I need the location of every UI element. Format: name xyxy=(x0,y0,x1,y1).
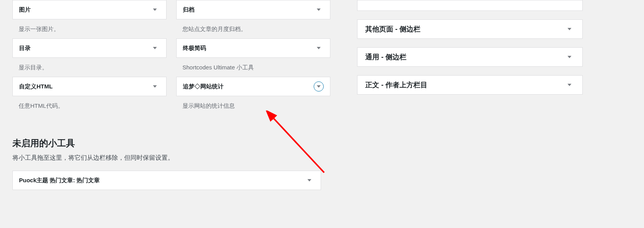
widget-title: 追梦◇网站统计 xyxy=(183,83,224,90)
chevron-down-icon[interactable] xyxy=(314,43,324,53)
sidebar-areas-panel: 其他页面 - 侧边栏 通用 - 侧边栏 正文 - 作者上方栏目 xyxy=(334,0,606,190)
inactive-widgets-heading: 未启用的小工具 xyxy=(12,137,334,149)
widget-description: 显示网站的统计信息 xyxy=(176,96,330,115)
chevron-down-icon[interactable] xyxy=(150,5,160,15)
sidebar-area-empty[interactable] xyxy=(357,0,583,11)
chevron-down-icon[interactable] xyxy=(564,52,575,62)
sidebar-title: 其他页面 - 侧边栏 xyxy=(365,24,420,34)
widget-title: 自定义HTML xyxy=(19,83,53,90)
widget-toc[interactable]: 目录 xyxy=(12,38,167,58)
widget-shortcodes[interactable]: 终极简码 xyxy=(176,38,330,58)
chevron-down-icon[interactable] xyxy=(564,80,575,90)
widget-title: 终极简码 xyxy=(183,45,206,52)
widget-title: 归档 xyxy=(183,6,194,14)
sidebar-area-other-pages[interactable]: 其他页面 - 侧边栏 xyxy=(357,19,583,39)
widget-description: 任意HTML代码。 xyxy=(12,96,167,115)
widget-column-left: 图片 显示一张图片。 目录 显示目录。 自定义HTML 任意HTML代码。 xyxy=(12,0,167,115)
sidebar-area-author-top[interactable]: 正文 - 作者上方栏目 xyxy=(357,75,583,95)
widget-title: 图片 xyxy=(19,6,31,14)
widget-description: 显示一张图片。 xyxy=(12,19,167,38)
widget-title: Puock主题 热门文章: 热门文章 xyxy=(19,177,100,184)
widget-description: 显示目录。 xyxy=(12,58,167,77)
chevron-down-icon[interactable] xyxy=(150,43,160,53)
inactive-widgets-desc: 将小工具拖至这里，将它们从边栏移除，但同时保留设置。 xyxy=(12,154,334,162)
widget-column-right: 归档 您站点文章的月度归档。 终极简码 Shortcodes Ultimate … xyxy=(176,0,330,115)
chevron-down-icon[interactable] xyxy=(314,5,324,15)
widget-description: Shortcodes Ultimate 小工具 xyxy=(176,58,330,77)
widget-site-stats[interactable]: 追梦◇网站统计 xyxy=(176,77,330,96)
sidebar-title: 正文 - 作者上方栏目 xyxy=(365,80,427,90)
available-widgets-panel: 图片 显示一张图片。 目录 显示目录。 自定义HTML 任意HTML代码。 归档 xyxy=(0,0,334,190)
chevron-down-icon[interactable] xyxy=(304,175,314,185)
sidebar-area-general[interactable]: 通用 - 侧边栏 xyxy=(357,47,583,67)
inactive-widget-item[interactable]: Puock主题 热门文章: 热门文章 xyxy=(12,171,321,190)
chevron-down-icon[interactable] xyxy=(564,24,575,34)
chevron-down-icon[interactable] xyxy=(150,81,160,92)
widget-title: 目录 xyxy=(19,45,31,52)
widget-archive[interactable]: 归档 xyxy=(176,0,330,19)
sidebar-title: 通用 - 侧边栏 xyxy=(365,52,406,62)
widget-custom-html[interactable]: 自定义HTML xyxy=(12,77,167,96)
chevron-down-icon[interactable] xyxy=(314,81,324,92)
widget-image[interactable]: 图片 xyxy=(12,0,167,19)
widget-description: 您站点文章的月度归档。 xyxy=(176,19,330,38)
